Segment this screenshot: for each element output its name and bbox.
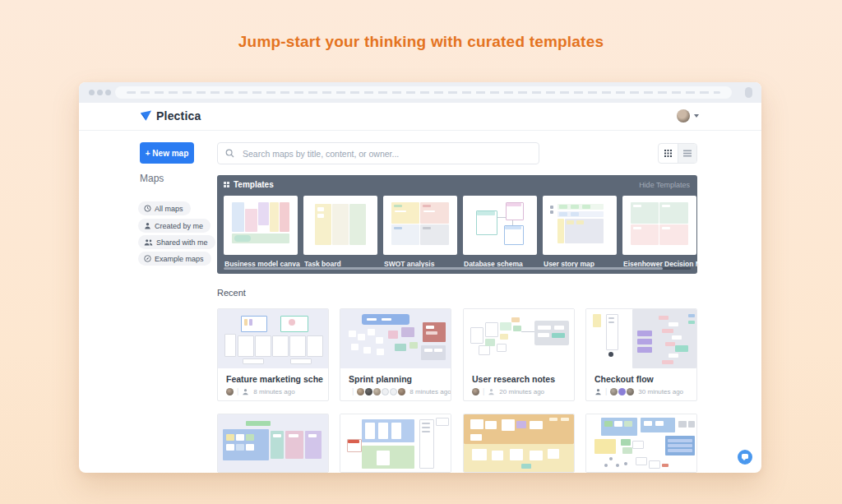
thumbnail-block	[317, 214, 324, 218]
template-card-business-model-canvas[interactable]	[224, 196, 298, 255]
thumbnail-block	[382, 318, 391, 321]
users-icon	[144, 238, 153, 246]
template-card-eisenhower-decision-matrix[interactable]	[622, 196, 696, 255]
map-thumbnail	[464, 309, 574, 368]
brand-logo[interactable]: Plectica	[140, 109, 201, 123]
thumbnail-connector	[521, 331, 534, 332]
map-thumbnail	[218, 414, 328, 473]
thumbnail-block	[688, 314, 695, 317]
page: Jump-start your thinking with curated te…	[0, 0, 842, 504]
thumbnail-block	[289, 335, 306, 357]
scrollbar-thumb[interactable]	[224, 267, 663, 270]
thumbnail-block	[246, 421, 271, 426]
map-card[interactable]	[217, 414, 329, 473]
meta-divider: |	[605, 387, 607, 395]
map-card-checkout-flow[interactable]: Checkout flow | 30 minutes ago	[585, 308, 697, 401]
thumbnail-block	[307, 335, 323, 357]
thumbnail-block	[606, 314, 618, 350]
map-meta: | 30 minutes ago	[594, 387, 693, 395]
sidebar-item-all-maps[interactable]: All maps	[138, 201, 191, 215]
thumbnail-block	[409, 342, 418, 349]
browser-menu-icon[interactable]	[745, 87, 752, 98]
template-card-swot-analysis[interactable]	[383, 196, 457, 255]
list-view-button[interactable]	[678, 144, 697, 163]
thumbnail-block	[505, 226, 521, 229]
thumbnail-block	[423, 227, 431, 229]
thumbnail-block	[246, 444, 254, 451]
map-meta: | 20 minutes ago	[472, 387, 571, 395]
map-card-sprint-planning[interactable]: Sprint planning | 8 minutes ago	[340, 308, 451, 401]
window-control-dot[interactable]	[89, 90, 95, 95]
thumbnail-block	[497, 344, 507, 352]
thumbnail-block	[236, 444, 244, 451]
thumbnail-block	[492, 451, 503, 460]
thumbnail-block	[376, 337, 383, 344]
templates-header: Templates	[224, 180, 274, 189]
map-card[interactable]	[585, 414, 697, 473]
thumbnail-block	[576, 220, 584, 224]
meta-divider: |	[483, 387, 484, 395]
thumbnail-block	[550, 206, 553, 209]
thumbnail-block	[662, 360, 673, 364]
app-header: Plectica	[79, 103, 761, 131]
search-input[interactable]	[217, 142, 539, 164]
thumbnail-block	[422, 423, 430, 424]
thumbnail-block	[363, 347, 371, 354]
user-avatar[interactable]	[677, 109, 690, 123]
page-title: Jump-start your thinking with curated te…	[0, 33, 842, 51]
hide-templates-link[interactable]: Hide Templates	[639, 181, 690, 189]
template-card-task-board[interactable]	[303, 196, 377, 255]
thumbnail-block	[377, 451, 390, 465]
window-control-dot[interactable]	[105, 90, 111, 95]
new-map-button[interactable]: + New map	[140, 142, 194, 164]
search-bar	[217, 142, 539, 164]
map-thumbnail	[218, 309, 328, 368]
thumbnail-block	[530, 421, 543, 429]
sidebar-item-example-maps[interactable]: Example maps	[138, 252, 211, 266]
url-bar[interactable]	[115, 86, 732, 99]
thumbnail-block	[608, 321, 614, 323]
thumbnail-block	[662, 227, 670, 229]
thumbnail-block	[378, 423, 388, 439]
map-thumbnail	[464, 414, 574, 473]
thumbnail-block	[593, 314, 601, 327]
thumbnail-block	[272, 335, 289, 357]
chat-icon	[742, 454, 748, 459]
chat-launcher-button[interactable]	[738, 450, 752, 465]
thumbnail-block	[243, 358, 264, 364]
template-card-user-story-map[interactable]	[543, 196, 617, 255]
thumbnail-block	[401, 327, 414, 337]
sidebar-item-created-by-me[interactable]: Created by me	[138, 219, 210, 233]
browser-window: Plectica + New map	[79, 82, 761, 473]
avatar	[472, 388, 479, 395]
grid-view-icon	[664, 150, 672, 157]
thumbnail-block	[550, 210, 553, 214]
thumbnail-block	[485, 421, 497, 429]
avatar	[373, 388, 381, 395]
account-menu[interactable]	[677, 109, 699, 123]
template-card-database-schema[interactable]	[463, 196, 537, 255]
thumbnail-block	[470, 419, 483, 429]
search-icon	[225, 149, 234, 158]
map-thumbnail	[340, 414, 451, 473]
map-card[interactable]	[463, 414, 575, 473]
thumbnail-block	[662, 329, 673, 333]
templates-panel: Templates Hide Templates	[217, 175, 697, 274]
thumbnail-block	[485, 339, 495, 346]
templates-scrollbar[interactable]	[224, 267, 691, 270]
thumbnail-block	[255, 335, 271, 357]
map-card-feature-marketing-schedule[interactable]: Feature marketing schedule | 8 minutes a…	[217, 308, 329, 401]
thumbnail-block	[232, 202, 244, 232]
thumbnail-block	[244, 319, 248, 326]
thumbnail-block	[502, 419, 515, 431]
thumbnail-block	[273, 434, 281, 437]
window-control-dot[interactable]	[97, 90, 103, 95]
grid-view-button[interactable]	[659, 144, 678, 163]
sidebar-item-shared-with-me[interactable]: Shared with me	[138, 235, 215, 249]
map-card[interactable]	[340, 414, 451, 473]
thumbnail-block	[621, 439, 631, 446]
thumbnail-block	[365, 423, 375, 439]
user-icon	[144, 222, 151, 229]
map-card-user-research-notes[interactable]: User research notes | 20 minutes ago	[463, 308, 575, 401]
thumbnail-block	[571, 212, 579, 216]
